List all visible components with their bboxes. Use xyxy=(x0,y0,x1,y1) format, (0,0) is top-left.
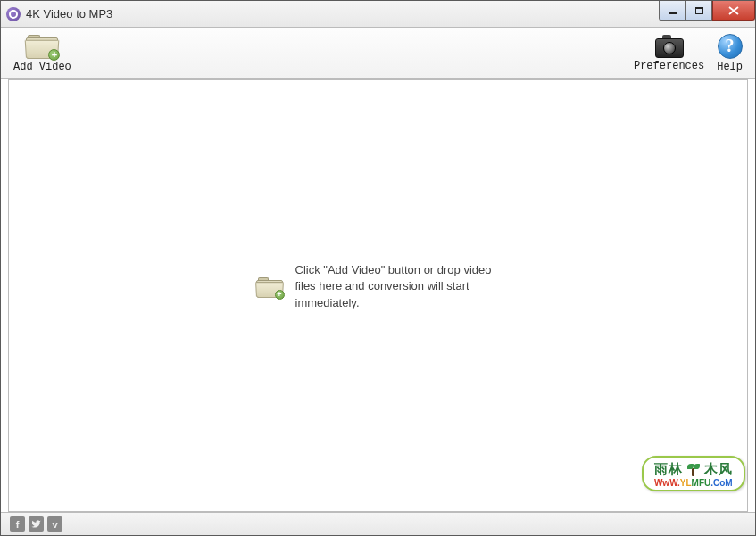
titlebar[interactable]: 4K Video to MP3 xyxy=(1,1,755,28)
toolbar: + Add Video Preferences ? Help xyxy=(1,28,755,79)
add-video-label: Add Video xyxy=(13,61,71,73)
preferences-label: Preferences xyxy=(634,60,704,72)
help-icon: ? xyxy=(718,34,743,59)
drop-hint: + Click "Add Video" button or drop video… xyxy=(256,262,501,311)
watermark-text-left: 雨林 xyxy=(654,461,683,476)
maximize-button[interactable] xyxy=(685,1,712,21)
help-button[interactable]: ? Help xyxy=(713,32,746,75)
facebook-icon[interactable]: f xyxy=(10,516,25,532)
app-icon xyxy=(6,7,21,21)
minimize-button[interactable] xyxy=(659,1,685,21)
window-controls xyxy=(659,1,755,21)
folder-add-icon: + xyxy=(256,276,283,298)
statusbar: f v xyxy=(1,512,755,535)
preferences-button[interactable]: Preferences xyxy=(630,33,708,74)
window-title: 4K Video to MP3 xyxy=(26,7,112,21)
twitter-icon[interactable] xyxy=(29,516,44,532)
drop-hint-text: Click "Add Video" button or drop video f… xyxy=(295,262,501,311)
vimeo-icon[interactable]: v xyxy=(47,516,62,532)
camera-icon xyxy=(655,35,684,58)
app-window: 4K Video to MP3 + Add Video Preferences … xyxy=(0,0,756,536)
close-icon xyxy=(728,6,739,15)
sprout-icon xyxy=(687,464,700,476)
watermark-url: WwW.YLMFU.CoM xyxy=(654,478,733,488)
help-label: Help xyxy=(717,61,743,73)
close-button[interactable] xyxy=(712,1,755,21)
drop-area[interactable]: + Click "Add Video" button or drop video… xyxy=(8,79,748,512)
watermark: 雨林 木风 WwW.YLMFU.CoM xyxy=(642,456,745,491)
folder-add-icon: + xyxy=(26,34,58,59)
add-video-button[interactable]: + Add Video xyxy=(10,32,75,75)
watermark-text-right: 木风 xyxy=(704,461,733,476)
